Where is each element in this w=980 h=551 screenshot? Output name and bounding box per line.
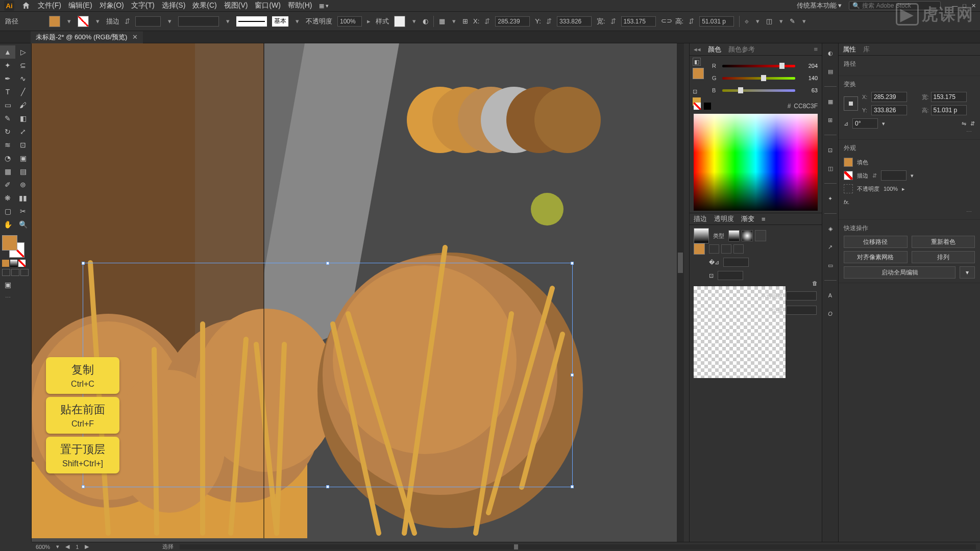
panel-btn-4[interactable]: ⊞ [825,114,836,126]
minimize-icon[interactable]: — [952,3,958,9]
profile-dd-icon[interactable]: ▾ [224,17,231,25]
panel-btn-12[interactable]: O [825,308,836,319]
fill-swatch[interactable] [49,16,60,27]
grayscale-icon[interactable]: ◧ [693,58,701,66]
direct-selection-tool[interactable]: ▷ [15,45,31,59]
fill-color-box[interactable] [2,235,17,251]
opacity-input[interactable] [337,16,362,27]
s3-dd[interactable]: ▾ [800,17,807,25]
btn-offset-path[interactable]: 位移路径 [844,236,908,248]
panel-menu-icon[interactable]: ≡ [814,45,818,53]
btn-align-pixel[interactable]: 对齐像素网格 [844,251,908,263]
prop-angle-input[interactable] [852,118,878,129]
tab-libraries[interactable]: 库 [863,45,870,54]
zoom-dd-icon[interactable]: ▾ [56,543,59,550]
h-input[interactable] [699,16,734,27]
none-swatch-icon[interactable] [694,103,701,110]
w-input[interactable] [621,16,656,27]
shape-builder-tool[interactable]: ◔ [0,152,15,165]
artboard-nav-prev-icon[interactable]: ◀ [65,543,69,550]
panel-btn-11[interactable]: A [825,290,836,301]
transform-icon[interactable]: ⊞ [462,17,468,25]
y-stepper-icon[interactable]: ⇵ [546,17,552,25]
menu-effect[interactable]: 效果(C) [192,1,216,10]
stroke-swatch[interactable] [78,16,89,27]
panel-btn-6[interactable]: ◫ [825,163,836,174]
panel-btn-2[interactable]: ▤ [825,66,836,77]
b-slider[interactable] [722,88,795,93]
graph-tool[interactable]: ▮▮ [15,191,31,205]
eyedropper-tool[interactable]: ✐ [0,178,15,191]
gradient-aspect-input[interactable] [718,271,743,280]
btn-arrange[interactable]: 排列 [912,251,975,263]
r-value[interactable]: 204 [799,63,818,69]
lasso-tool[interactable]: ⊆ [15,59,31,72]
menu-view[interactable]: 视图(V) [224,1,248,10]
tab-close-icon[interactable]: ✕ [132,33,138,41]
panel-btn-1[interactable]: ◐ [825,47,836,59]
home-icon[interactable] [21,1,31,10]
grad-position-input[interactable] [786,306,817,315]
x-input[interactable] [495,16,530,27]
tab-color[interactable]: 颜色 [708,45,721,54]
search-input[interactable]: 🔍 搜索 Adobe Stock [849,1,941,10]
canvas-area[interactable] [32,43,684,542]
tab-gradient[interactable]: 渐变 [741,214,754,223]
btn-recolor[interactable]: 重新着色 [912,236,975,248]
stroke-width-dd-icon[interactable]: ▾ [166,17,173,25]
prop-stroke-swatch[interactable] [844,171,853,180]
btn-global-dd[interactable]: ▾ [960,266,975,279]
menu-object[interactable]: 对象(O) [100,1,124,10]
linear-gradient-icon[interactable] [728,230,740,241]
fill-dropdown-icon[interactable]: ▾ [65,17,72,25]
panel-btn-9[interactable]: ↗ [825,241,836,253]
black-swatch-icon[interactable] [704,103,711,110]
arrange-docs-icon[interactable]: ▦ ▾ [319,3,329,9]
menu-file[interactable]: 文件(F) [38,1,61,10]
link-wh-icon[interactable]: ⊂⊃ [661,17,670,26]
tab-transparency[interactable]: 透明度 [714,214,734,223]
color-mode-swatches[interactable] [2,260,29,267]
recolor-icon[interactable]: ◐ [423,17,428,25]
panel-menu-icon-2[interactable]: ≡ [762,215,766,223]
stroke-stepper-icon[interactable]: ⇵ [125,17,130,25]
free-transform-tool[interactable]: ⊡ [15,138,31,152]
hex-value[interactable]: CC8C3F [794,103,818,110]
artboard-tool[interactable]: ▢ [0,205,15,218]
panel-btn-5[interactable]: ⊡ [825,144,836,156]
fx-label[interactable]: fx. [844,199,850,205]
brush-preview[interactable] [236,16,267,27]
stroke-align-1[interactable] [709,244,719,254]
type-tool[interactable]: T [0,85,15,98]
freeform-gradient-icon[interactable] [755,230,766,241]
zoom-level[interactable]: 600% [36,544,50,550]
style-dd-icon[interactable]: ▾ [410,17,418,25]
tab-color-guide[interactable]: 颜色参考 [728,45,755,54]
eraser-tool[interactable]: ◧ [15,112,31,125]
document-tab[interactable]: 未标题-2* @ 600% (RGB/预览) ✕ [31,31,143,43]
stroke-width-input[interactable] [135,16,161,27]
prop-fill-swatch[interactable] [844,158,853,167]
shaper-tool[interactable]: ✎ [0,112,15,125]
mesh-tool[interactable]: ▦ [0,165,15,178]
g-slider[interactable] [722,76,795,81]
w-stepper-icon[interactable]: ⇵ [610,17,616,25]
gradient-preview[interactable] [694,228,709,243]
selection-tool[interactable]: ▲ [0,45,15,59]
maximize-icon[interactable]: □ [963,3,966,9]
tab-properties[interactable]: 属性 [843,45,856,54]
panel-btn-3[interactable]: ▦ [825,96,836,107]
grad-opacity-input[interactable] [786,291,817,300]
isolate-icon[interactable]: ◫ [766,17,772,25]
b-value[interactable]: 63 [799,87,818,93]
slice-tool[interactable]: ✂ [15,205,31,218]
gradient-tool[interactable]: ▤ [15,165,31,178]
curvature-tool[interactable]: ∿ [15,72,31,85]
close-icon[interactable]: ✕ [971,3,976,9]
x-stepper-icon[interactable]: ⇵ [484,17,490,25]
menu-edit[interactable]: 编辑(E) [68,1,92,10]
btn-global-edit[interactable]: 启动全局编辑 [844,266,955,279]
appearance-more-icon[interactable]: ⋯ [966,209,972,215]
width-tool[interactable]: ≋ [0,138,15,152]
menu-type[interactable]: 文字(T) [131,1,155,10]
